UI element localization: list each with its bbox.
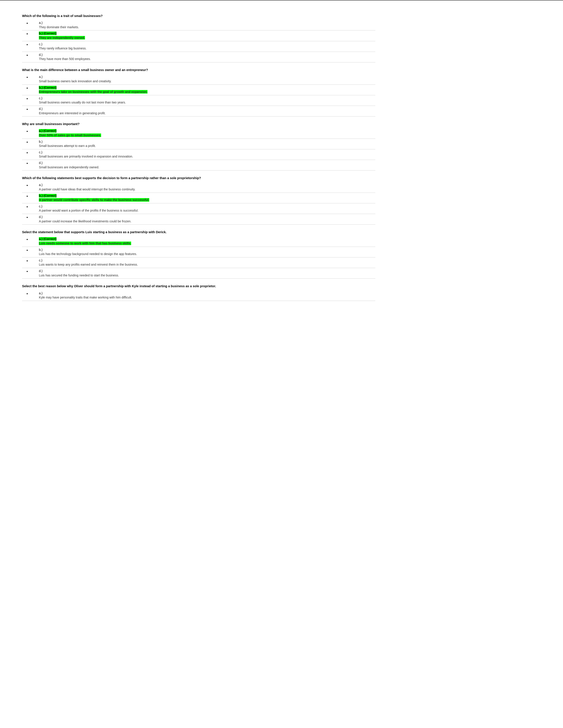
- answer-content-q2b: b.) (Correct) Entrepreneurs take on busi…: [39, 86, 375, 94]
- answer-item-q1b: • b.) (Correct) They are independently o…: [22, 30, 375, 41]
- question-block-1: Which of the following is a trait of sma…: [22, 14, 375, 62]
- answer-item-q5a: • a.) (Correct) Luis needs someone to wo…: [22, 236, 375, 247]
- answer-item-q3b: • b.) Small businesses attempt to earn a…: [22, 139, 375, 149]
- question-text-3: Why are small businesses important?: [22, 122, 375, 126]
- answer-list-5: • a.) (Correct) Luis needs someone to wo…: [22, 236, 375, 279]
- answer-content-q2c: c.) Small business owners usually do not…: [39, 96, 375, 105]
- answer-item-q3c: • c.) Small businesses are primarily inv…: [22, 149, 375, 160]
- answer-content-q2a: a.) Small business owners lack innovatio…: [39, 75, 375, 83]
- answer-content-q1c: c.) They rarely influence big business.: [39, 42, 375, 51]
- answer-letter-q1b: b.) (Correct): [39, 31, 375, 36]
- bullet-q1b: •: [26, 31, 28, 37]
- answer-list-6: • a.) Kyle may have personality traits t…: [22, 290, 375, 301]
- answer-item-q4b: • b.) (Correct) A partner would contribu…: [22, 193, 375, 203]
- answer-item-q1d: • d.) They have more than 500 employees.: [22, 52, 375, 62]
- answer-text-q3c: Small businesses are primarily involved …: [39, 154, 375, 159]
- answer-text-q1c: They rarely influence big business.: [39, 46, 375, 51]
- answer-content-q5b: b.) Luis has the technology background n…: [39, 248, 375, 256]
- bullet-q2b: •: [26, 86, 28, 91]
- question-block-4: Which of the following statements best s…: [22, 176, 375, 225]
- bullet-q5b: •: [26, 248, 28, 253]
- bullet-q1a: •: [26, 21, 28, 26]
- correct-label-q5a: a.) (Correct): [39, 237, 56, 241]
- bullet-q1c: •: [26, 42, 28, 48]
- answer-text-q2b: Entrepreneurs take on businesses with th…: [39, 90, 375, 94]
- question-block-5: Select the statement below that supports…: [22, 230, 375, 279]
- bullet-q5a: •: [26, 237, 28, 242]
- answer-letter-q2a: a.): [39, 75, 375, 79]
- bullet-q1d: •: [26, 53, 28, 58]
- question-text-2: What is the main difference between a sm…: [22, 68, 375, 72]
- answer-content-q1d: d.) They have more than 500 employees.: [39, 53, 375, 61]
- answer-content-q5a: a.) (Correct) Luis needs someone to work…: [39, 237, 375, 246]
- answer-text-q3d: Small businesses are independently owned…: [39, 165, 375, 170]
- answer-text-q5a: Luis needs someone to work with him that…: [39, 241, 375, 246]
- answer-item-q4c: • c.) A partner would want a portion of …: [22, 203, 375, 214]
- answer-text-q1a: They dominate their markets.: [39, 25, 375, 30]
- answer-text-q5c: Luis wants to keep any profits earned an…: [39, 263, 375, 267]
- answer-content-q6a: a.) Kyle may have personality traits tha…: [39, 291, 375, 300]
- answer-text-q6a: Kyle may have personality traits that ma…: [39, 295, 375, 300]
- question-text-4: Which of the following statements best s…: [22, 176, 375, 180]
- answer-letter-q1d: d.): [39, 53, 375, 57]
- bullet-q3d: •: [26, 161, 28, 166]
- answer-text-q4c: A partner would want a portion of the pr…: [39, 208, 375, 213]
- answer-text-q4d: A partner could increase the likelihood …: [39, 219, 375, 224]
- bullet-q4d: •: [26, 215, 28, 220]
- answer-text-q5b: Luis has the technology background neede…: [39, 252, 375, 256]
- question-text-6: Select the best reason below why Oliver …: [22, 284, 375, 288]
- answer-letter-q5a: a.) (Correct): [39, 237, 375, 241]
- bullet-q3b: •: [26, 140, 28, 145]
- answer-item-q4a: • a.) A partner could have ideas that wo…: [22, 182, 375, 193]
- answer-item-q3d: • d.) Small businesses are independently…: [22, 160, 375, 171]
- answer-letter-q2b: b.) (Correct): [39, 86, 375, 90]
- answer-letter-q4d: d.): [39, 215, 375, 219]
- answer-letter-q3d: d.): [39, 161, 375, 165]
- answer-text-q2c: Small business owners usually do not las…: [39, 100, 375, 105]
- answer-item-q1a: • a.) They dominate their markets.: [22, 20, 375, 30]
- answer-item-q5b: • b.) Luis has the technology background…: [22, 247, 375, 257]
- answer-content-q3a: a.) (Correct) Over 50% of sales go to sm…: [39, 129, 375, 137]
- answer-letter-q5c: c.): [39, 258, 375, 263]
- bullet-q3c: •: [26, 150, 28, 156]
- answer-letter-q4c: c.): [39, 204, 375, 209]
- answer-item-q5d: • d.) Luis has secured the funding neede…: [22, 268, 375, 279]
- bullet-q2a: •: [26, 75, 28, 80]
- answer-text-q5d: Luis has secured the funding needed to s…: [39, 273, 375, 278]
- page-content: Which of the following is a trait of sma…: [0, 9, 398, 319]
- question-text-1: Which of the following is a trait of sma…: [22, 14, 375, 18]
- answer-content-q5c: c.) Luis wants to keep any profits earne…: [39, 258, 375, 267]
- answer-letter-q1a: a.): [39, 21, 375, 25]
- answer-list-4: • a.) A partner could have ideas that wo…: [22, 182, 375, 225]
- bullet-q3a: •: [26, 129, 28, 134]
- answer-content-q1b: b.) (Correct) They are independently own…: [39, 31, 375, 40]
- bullet-q5d: •: [26, 269, 28, 274]
- bullet-q2c: •: [26, 96, 28, 102]
- answer-content-q4a: a.) A partner could have ideas that woul…: [39, 183, 375, 191]
- question-text-5: Select the statement below that supports…: [22, 230, 375, 234]
- top-border: [0, 0, 563, 0]
- answer-letter-q5d: d.): [39, 269, 375, 273]
- answer-list-2: • a.) Small business owners lack innovat…: [22, 74, 375, 116]
- answer-letter-q5b: b.): [39, 248, 375, 252]
- answer-content-q4b: b.) (Correct) A partner would contribute…: [39, 194, 375, 202]
- question-block-2: What is the main difference between a sm…: [22, 68, 375, 116]
- answer-item-q2b: • b.) (Correct) Entrepreneurs take on bu…: [22, 85, 375, 95]
- answer-content-q1a: a.) They dominate their markets.: [39, 21, 375, 29]
- correct-text-q2b: Entrepreneurs take on businesses with th…: [39, 90, 147, 94]
- answer-list-1: • a.) They dominate their markets. • b.)…: [22, 20, 375, 62]
- answer-item-q3a: • a.) (Correct) Over 50% of sales go to …: [22, 128, 375, 139]
- answer-content-q3b: b.) Small businesses attempt to earn a p…: [39, 140, 375, 148]
- answer-text-q1d: They have more than 500 employees.: [39, 57, 375, 61]
- answer-text-q1b: They are independently owned.: [39, 36, 375, 40]
- answer-letter-q3c: c.): [39, 150, 375, 155]
- answer-text-q3a: Over 50% of sales go to small businesses…: [39, 133, 375, 138]
- answer-item-q1c: • c.) They rarely influence big business…: [22, 41, 375, 52]
- question-block-6: Select the best reason below why Oliver …: [22, 284, 375, 301]
- answer-text-q4a: A partner could have ideas that would in…: [39, 187, 375, 192]
- bullet-q4c: •: [26, 204, 28, 210]
- answer-letter-q6a: a.): [39, 291, 375, 296]
- answer-content-q4c: c.) A partner would want a portion of th…: [39, 204, 375, 213]
- answer-item-q2a: • a.) Small business owners lack innovat…: [22, 74, 375, 84]
- bullet-q5c: •: [26, 258, 28, 264]
